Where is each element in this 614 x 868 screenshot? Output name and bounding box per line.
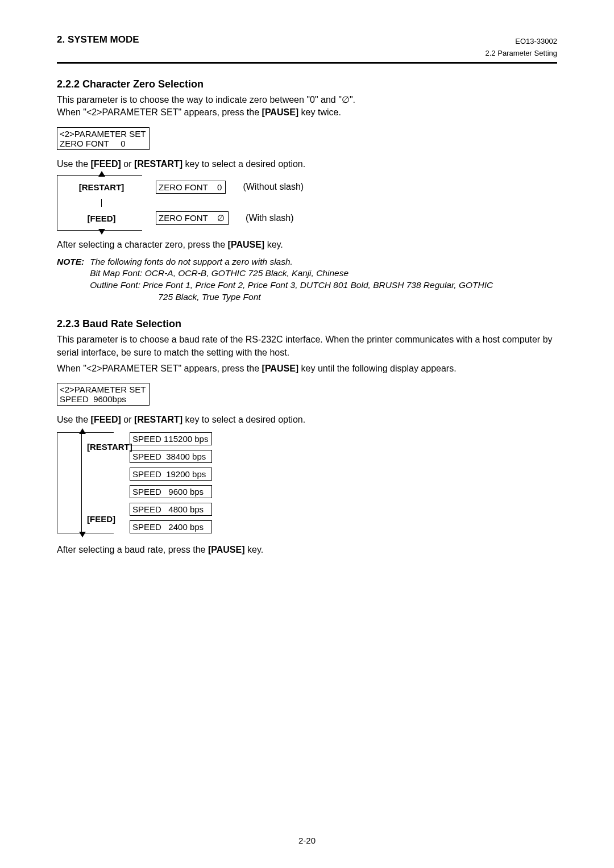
note-line-3b: 725 Black, True Type Font <box>158 291 557 303</box>
pause-key-ref: [PAUSE] <box>262 364 299 373</box>
speed-option-5: SPEED 2400 bps <box>130 520 212 533</box>
option-desc-1: (With slash) <box>246 213 293 223</box>
lcd-option-0: ZERO FONT 0 <box>156 181 226 194</box>
vertical-line <box>81 434 82 532</box>
lcd-line-1: <2>PARAMETER SET <box>60 129 146 139</box>
section-heading-223: 2.2.3 Baud Rate Selection <box>57 318 557 330</box>
lcd-line-1: <2>PARAMETER SET <box>60 385 146 394</box>
nav-key-column: [RESTART] [FEED] <box>57 175 142 231</box>
text: key to select a desired option. <box>182 415 305 424</box>
text: Use the <box>57 415 91 424</box>
text: or <box>121 159 134 169</box>
section-title: 2. SYSTEM MODE <box>57 34 139 45</box>
paragraph-after-selecting-2: After selecting a baud rate, press the [… <box>57 544 557 556</box>
page-number: 2-20 <box>298 836 316 845</box>
doc-number: EO13-33002 <box>515 37 557 45</box>
pause-key-ref: [PAUSE] <box>208 545 245 554</box>
pause-key-ref: [PAUSE] <box>228 240 265 249</box>
note-label: NOTE: <box>57 256 84 304</box>
connector-line <box>101 199 102 207</box>
section-heading-222: 2.2.2 Character Zero Selection <box>57 78 557 90</box>
speed-option-2: SPEED 19200 bps <box>130 468 212 481</box>
arrow-up-icon <box>79 428 86 434</box>
restart-key-label: [RESTART] <box>79 182 125 192</box>
paragraph-use-key-2: Use the [FEED] or [RESTART] key to selec… <box>57 414 557 426</box>
lcd-display-zero-font: <2>PARAMETER SET ZERO FONT 0 <box>57 127 150 150</box>
page-header: 2. SYSTEM MODE EO13-33002 <box>57 34 557 45</box>
svg-marker-0 <box>98 171 105 177</box>
option-row-1: ZERO FONT ∅ (With slash) <box>156 211 304 225</box>
nav-key-column-2: [RESTART] [FEED] <box>57 432 114 533</box>
feed-key-ref: [FEED] <box>91 415 121 424</box>
paragraph-use-key-1: Use the [FEED] or [RESTART] key to selec… <box>57 158 557 170</box>
lcd-line-2: ZERO FONT 0 <box>60 139 126 148</box>
note-body: The following fonts do not support a zer… <box>90 256 557 304</box>
svg-marker-1 <box>98 229 105 235</box>
divider-rule <box>57 62 557 64</box>
restart-key-label: [RESTART] <box>87 442 132 452</box>
text: key until the following display appears. <box>298 364 457 373</box>
lcd-line-2: SPEED 9600bps <box>60 394 126 404</box>
text: key twice. <box>298 107 341 117</box>
sub-heading: 2.2 Parameter Setting <box>57 49 557 57</box>
paragraph-baud-1: This parameter is to choose a baud rate … <box>57 333 557 359</box>
paragraph-1: This parameter is to choose the way to i… <box>57 94 557 119</box>
nav-diagram-zero-font: [RESTART] [FEED] ZERO FONT 0 (Without sl… <box>57 175 557 231</box>
text: After selecting a baud rate, press the <box>57 545 208 554</box>
feed-key-ref: [FEED] <box>91 159 121 169</box>
text: key to select a desired option. <box>182 159 305 169</box>
text: When "<2>PARAMETER SET" appears, press t… <box>57 107 262 117</box>
text: Use the <box>57 159 91 169</box>
option-desc-0: (Without slash) <box>243 182 304 192</box>
speed-option-4: SPEED 4800 bps <box>130 503 212 516</box>
lcd-option-1: ZERO FONT ∅ <box>156 211 229 225</box>
text: key. <box>245 545 264 554</box>
paragraph-after-selecting-1: After selecting a character zero, press … <box>57 239 557 251</box>
note-line-3: Outline Font: Price Font 1, Price Font 2… <box>90 279 557 291</box>
restart-key-ref: [RESTART] <box>134 159 182 169</box>
lcd-display-speed: <2>PARAMETER SET SPEED 9600bps <box>57 383 150 406</box>
nav-diagram-speed: [RESTART] [FEED] SPEED 115200 bps SPEED … <box>57 432 557 533</box>
text: When "<2>PARAMETER SET" appears, press t… <box>57 364 262 373</box>
arrow-up-icon <box>98 171 105 177</box>
pause-key-ref: [PAUSE] <box>262 107 299 117</box>
paragraph-baud-2: When "<2>PARAMETER SET" appears, press t… <box>57 362 557 375</box>
feed-key-label: [FEED] <box>87 514 115 524</box>
text: After selecting a character zero, press … <box>57 240 228 249</box>
svg-marker-3 <box>79 532 86 537</box>
arrow-down-icon <box>79 532 86 537</box>
feed-key-label: [FEED] <box>88 214 116 223</box>
note-line-2: Bit Map Font: OCR-A, OCR-B, GOTHIC 725 B… <box>90 268 557 279</box>
arrow-down-icon <box>98 229 105 235</box>
text: This parameter is to choose the way to i… <box>57 95 342 105</box>
speed-option-3: SPEED 9600 bps <box>130 485 212 498</box>
restart-key-ref: [RESTART] <box>134 415 182 424</box>
zero-slash-glyph: ∅ <box>342 95 350 105</box>
text: or <box>121 415 134 424</box>
svg-marker-2 <box>79 428 86 434</box>
note-block: NOTE: The following fonts do not support… <box>57 256 557 304</box>
speed-option-list: SPEED 115200 bps SPEED 38400 bps SPEED 1… <box>130 432 212 533</box>
text: ". <box>350 95 355 105</box>
text: key. <box>264 240 283 249</box>
speed-option-0: SPEED 115200 bps <box>130 432 212 445</box>
speed-option-1: SPEED 38400 bps <box>130 450 212 463</box>
note-line-1: The following fonts do not support a zer… <box>90 256 557 268</box>
nav-value-column: ZERO FONT 0 (Without slash) ZERO FONT ∅ … <box>156 175 304 231</box>
option-row-0: ZERO FONT 0 (Without slash) <box>156 181 304 194</box>
